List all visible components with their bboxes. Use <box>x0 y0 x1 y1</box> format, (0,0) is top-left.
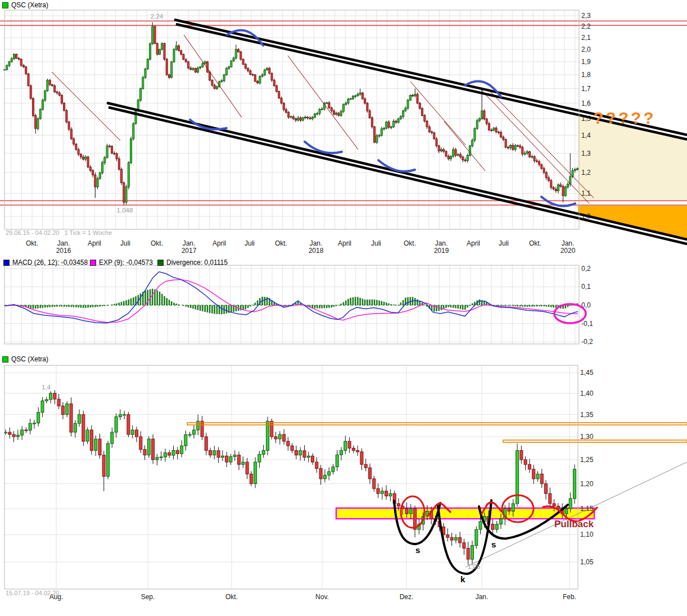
svg-text:2,1: 2,1 <box>581 34 591 42</box>
green-swatch-icon <box>2 356 8 363</box>
svg-text:Sep.: Sep. <box>141 593 155 601</box>
bottom-chart-legend: QSC (Xetra) <box>2 355 48 363</box>
svg-text:Juli: Juli <box>245 239 255 247</box>
svg-text:1,35: 1,35 <box>580 411 594 419</box>
svg-text:1,05: 1,05 <box>580 558 594 566</box>
daily-candles <box>4 390 576 565</box>
svg-text:Jan.: Jan. <box>562 239 575 247</box>
svg-text:0,1: 0,1 <box>581 283 591 291</box>
svg-text:1,5: 1,5 <box>581 115 591 123</box>
macd-swatch-icon <box>3 260 10 266</box>
svg-text:Juli: Juli <box>499 239 509 247</box>
chart-workspace: 2,32,22,12,01,91,81,71,61,51,41,31,21,11… <box>0 0 687 616</box>
left-shoulder-label: s <box>415 545 420 555</box>
svg-text:Jan.: Jan. <box>183 239 196 247</box>
right-shoulder-label: s <box>491 540 496 549</box>
svg-text:1,30: 1,30 <box>580 433 594 441</box>
daily-frame <box>4 365 578 589</box>
daily-grid <box>4 365 578 589</box>
macd-grid <box>4 265 579 344</box>
svg-text:-0,2: -0,2 <box>581 338 593 346</box>
weekly-frame <box>4 10 579 229</box>
svg-text:April: April <box>88 239 101 247</box>
question-marks-annotation: ????? <box>593 108 656 128</box>
svg-text:Jan.: Jan. <box>57 239 70 247</box>
svg-text:Juli: Juli <box>371 239 381 247</box>
svg-text:0,2: 0,2 <box>581 265 591 273</box>
svg-text:1,7: 1,7 <box>581 85 591 93</box>
svg-text:April: April <box>338 239 351 247</box>
macd-histogram <box>4 289 579 315</box>
svg-text:2,3: 2,3 <box>581 12 591 20</box>
svg-text:2,2: 2,2 <box>581 22 591 30</box>
svg-text:2019: 2019 <box>434 247 449 255</box>
exp-swatch-icon <box>90 260 96 266</box>
svg-text:1,40: 1,40 <box>580 389 594 397</box>
head-label: k <box>460 574 465 584</box>
svg-text:2017: 2017 <box>182 247 197 255</box>
top-chart-range-label: 29.06.15 - 04.02.20 1 Tick = 1 Woche <box>6 229 112 236</box>
svg-text:Dez.: Dez. <box>400 593 414 601</box>
macd-value-label: MACD (26, 12): -0,03458 <box>12 259 88 266</box>
svg-text:Okt.: Okt. <box>151 239 163 247</box>
macd-legend-item: MACD (26, 12): -0,03458 <box>3 259 88 266</box>
svg-text:2018: 2018 <box>309 247 324 255</box>
svg-text:1,15: 1,15 <box>580 505 594 513</box>
divergence-swatch-icon <box>157 260 164 266</box>
svg-text:1,45: 1,45 <box>580 369 594 377</box>
high-annotation-label: 1,4 <box>38 384 55 391</box>
svg-text:2,0: 2,0 <box>581 46 591 53</box>
forecast-zones <box>578 115 687 239</box>
svg-text:1,2: 1,2 <box>581 169 591 176</box>
divergence-legend-item: Divergence: 0,01115 <box>157 259 228 266</box>
exp-value-label: EXP (9): -0,04573 <box>99 259 153 266</box>
low-price-label: 1,048 <box>112 207 137 214</box>
exp-legend-item: EXP (9): -0,04573 <box>90 259 153 266</box>
svg-text:Feb.: Feb. <box>563 593 576 601</box>
macd-axis-labels: 0,20,10,0-0,1-0,2 <box>581 265 593 346</box>
weekly-grid <box>4 10 579 229</box>
svg-text:1,8: 1,8 <box>581 71 591 79</box>
bottom-chart-title: QSC (Xetra) <box>11 355 48 363</box>
weekly-axis-labels: 2,32,22,12,01,91,81,71,61,51,41,31,21,11… <box>26 12 591 255</box>
svg-text:Okt.: Okt. <box>26 239 38 247</box>
macd-lines <box>4 272 578 323</box>
svg-text:1,0: 1,0 <box>581 212 591 220</box>
svg-text:Jan.: Jan. <box>435 239 448 247</box>
svg-text:1,6: 1,6 <box>581 99 591 107</box>
svg-text:Okt.: Okt. <box>275 239 287 247</box>
svg-text:2016: 2016 <box>56 247 71 255</box>
peak-price-label: 2,24 <box>147 13 167 20</box>
svg-text:Okt.: Okt. <box>404 239 416 247</box>
svg-text:-0,1: -0,1 <box>581 320 593 328</box>
svg-text:Nov.: Nov. <box>315 593 329 601</box>
svg-text:1,9: 1,9 <box>581 58 591 66</box>
svg-text:Okt.: Okt. <box>529 239 541 247</box>
svg-text:1,25: 1,25 <box>580 456 594 464</box>
svg-text:Okt.: Okt. <box>225 593 238 601</box>
svg-text:Juli: Juli <box>120 239 130 247</box>
blue-curve-annotations <box>190 30 575 206</box>
bottom-chart-range-label: 15.07.19 - 04.02.20 <box>6 590 59 596</box>
svg-text:1,10: 1,10 <box>580 531 594 538</box>
divergence-value-label: Divergence: 0,01115 <box>166 259 228 266</box>
top-chart-title: QSC (Xetra) <box>11 1 48 9</box>
top-chart-legend: QSC (Xetra) <box>2 1 48 9</box>
svg-text:1,4: 1,4 <box>581 132 591 139</box>
svg-text:1,20: 1,20 <box>580 480 594 488</box>
green-swatch-icon <box>2 2 8 8</box>
svg-text:April: April <box>213 239 226 247</box>
svg-text:1,3: 1,3 <box>581 150 591 157</box>
svg-text:2020: 2020 <box>561 247 576 255</box>
orange-resistance-zones <box>187 423 687 442</box>
daily-axis-labels: 1,451,401,351,301,251,201,151,101,05Aug.… <box>49 369 594 601</box>
macd-frame <box>4 265 579 344</box>
pullback-annotation: Pullback <box>554 519 594 530</box>
low-annotation-label: 1,05 <box>464 563 484 570</box>
svg-text:1,1: 1,1 <box>581 189 591 197</box>
svg-text:Jan.: Jan. <box>476 593 489 601</box>
svg-text:Jan.: Jan. <box>310 239 323 247</box>
svg-text:April: April <box>467 239 480 247</box>
